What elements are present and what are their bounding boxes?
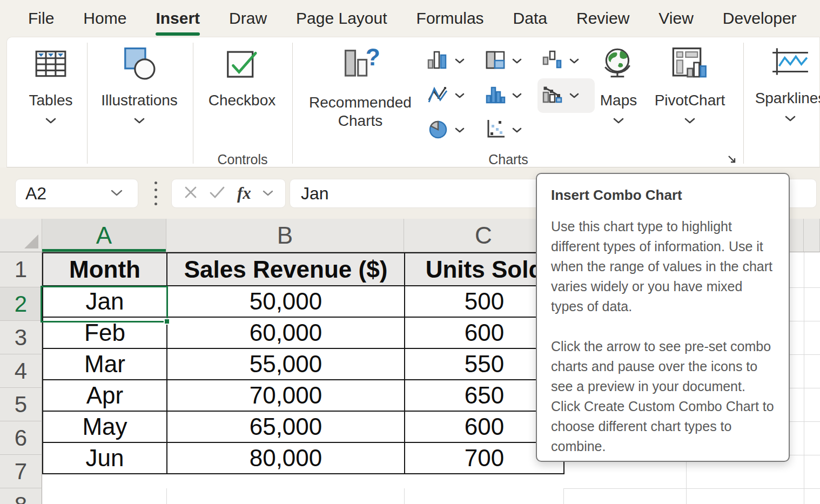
- cancel-icon[interactable]: [184, 185, 198, 201]
- tab-draw[interactable]: Draw: [228, 7, 268, 30]
- insert-column-chart-button[interactable]: [423, 44, 480, 78]
- group-divider: [292, 43, 293, 164]
- chevron-down-icon: [455, 91, 465, 100]
- select-all-triangle-icon: [24, 234, 38, 248]
- table-row: May 65,000 600: [43, 411, 564, 442]
- insert-scatter-chart-button[interactable]: [480, 113, 537, 147]
- tab-data[interactable]: Data: [512, 7, 548, 30]
- row-header-1[interactable]: 1: [0, 252, 42, 287]
- insert-combo-chart-button[interactable]: [537, 78, 595, 113]
- row-header-6[interactable]: 6: [0, 421, 42, 455]
- pivotchart-label: PivotChart: [655, 91, 725, 110]
- insert-statistic-chart-icon: [485, 84, 506, 107]
- cell-a6[interactable]: May: [43, 411, 167, 442]
- pivotchart-button[interactable]: PivotChart: [647, 46, 733, 126]
- tooltip-paragraph: Use this chart type to highlight differe…: [551, 217, 775, 317]
- insert-pie-chart-button[interactable]: [423, 113, 480, 147]
- excel-window: File Home Insert Draw Page Layout Formul…: [0, 0, 820, 504]
- insert-waterfall-chart-button[interactable]: [537, 44, 595, 78]
- cell-b5[interactable]: 70,000: [167, 380, 405, 411]
- row-header-8[interactable]: 8: [0, 488, 42, 504]
- column-header-f[interactable]: [804, 219, 820, 252]
- row-header-4[interactable]: 4: [0, 354, 42, 388]
- insert-hierarchy-chart-button[interactable]: [480, 44, 537, 78]
- charts-group-label: Charts: [454, 152, 562, 167]
- insert-line-or-area-chart-icon: [427, 84, 449, 107]
- name-box-input[interactable]: [16, 184, 107, 204]
- table-row: Feb 60,000 600: [43, 317, 564, 348]
- checkbox-label: Checkbox: [209, 91, 276, 110]
- illustrations-button[interactable]: Illustrations: [98, 46, 181, 126]
- cell-a7[interactable]: Jun: [43, 442, 167, 474]
- chevron-down-icon: [134, 116, 145, 126]
- sparklines-icon: [770, 46, 810, 82]
- formula-bar-splitter[interactable]: [153, 182, 158, 205]
- cell-b4[interactable]: 55,000: [167, 348, 405, 380]
- checkbox-button[interactable]: Checkbox: [200, 46, 284, 110]
- gridline: [563, 488, 564, 504]
- insert-combo-chart-tooltip: Insert Combo Chart Use this chart type t…: [536, 173, 790, 462]
- insert-function-icon[interactable]: fx: [237, 184, 251, 203]
- table-row: Jan 50,000 500: [43, 286, 564, 317]
- row-header-2[interactable]: 2: [0, 287, 42, 321]
- gridline: [166, 488, 167, 504]
- tab-formulas[interactable]: Formulas: [415, 7, 485, 30]
- chevron-down-icon: [512, 91, 522, 100]
- enter-check-icon[interactable]: [209, 186, 225, 201]
- cell-a2[interactable]: Jan: [43, 286, 167, 317]
- column-header-b[interactable]: B: [166, 219, 404, 252]
- tooltip-paragraph: Click the arrow to see pre-set combo cha…: [551, 337, 775, 456]
- globe-icon: [601, 46, 636, 84]
- name-box-chevron-icon[interactable]: [111, 189, 123, 198]
- tab-home[interactable]: Home: [82, 7, 127, 30]
- cell-b7[interactable]: 80,000: [167, 442, 405, 474]
- table-row: Jun 80,000 700: [43, 442, 564, 474]
- insert-combo-chart-icon: [542, 84, 563, 107]
- chevron-down-icon: [455, 56, 465, 66]
- chevron-down-icon: [455, 125, 465, 135]
- formula-chevron-icon[interactable]: [263, 189, 273, 198]
- insert-line-chart-button[interactable]: [423, 78, 480, 113]
- cell-a4[interactable]: Mar: [43, 348, 167, 380]
- row-header-5[interactable]: 5: [0, 388, 42, 421]
- cell-a3[interactable]: Feb: [43, 317, 167, 348]
- row-header-3[interactable]: 3: [0, 321, 42, 354]
- tab-insert[interactable]: Insert: [154, 7, 201, 30]
- name-box[interactable]: [15, 179, 138, 208]
- cell-b1[interactable]: Sales Revenue ($): [167, 253, 405, 286]
- tables-button[interactable]: Tables: [20, 46, 82, 126]
- controls-group-label: Controls: [194, 152, 291, 167]
- insert-statistic-chart-button[interactable]: [480, 78, 537, 113]
- cell-a1[interactable]: Month: [43, 253, 167, 286]
- tab-review[interactable]: Review: [575, 7, 630, 30]
- maps-button[interactable]: Maps: [593, 46, 644, 126]
- chart-type-buttons: [423, 44, 595, 147]
- column-header-a[interactable]: A: [42, 219, 166, 252]
- recommended-charts-button[interactable]: ? Recommended Charts: [303, 46, 418, 130]
- row-header-7[interactable]: 7: [0, 455, 42, 488]
- sparklines-button[interactable]: Sparklines: [747, 46, 820, 124]
- chevron-down-icon: [512, 56, 522, 66]
- cell-b2[interactable]: 50,000: [167, 286, 405, 317]
- table-icon: [33, 46, 69, 84]
- cell-b3[interactable]: 60,000: [167, 317, 405, 348]
- chevron-down-icon: [569, 91, 579, 100]
- tables-label: Tables: [29, 91, 73, 110]
- sparklines-label: Sparklines: [755, 89, 820, 107]
- tab-file[interactable]: File: [27, 7, 55, 30]
- illustrations-icon: [120, 46, 158, 84]
- tab-view[interactable]: View: [657, 7, 694, 30]
- tab-page-layout[interactable]: Page Layout: [295, 7, 388, 30]
- cell-b6[interactable]: 65,000: [167, 411, 405, 442]
- group-divider: [87, 43, 88, 164]
- charts-dialog-launcher[interactable]: [725, 153, 738, 166]
- cell-a5[interactable]: Apr: [43, 380, 167, 411]
- tooltip-title: Insert Combo Chart: [551, 187, 775, 204]
- select-all-button[interactable]: [0, 219, 42, 252]
- insert-hierarchy-chart-icon: [485, 49, 506, 73]
- tab-developer[interactable]: Developer: [722, 7, 798, 30]
- chevron-down-icon: [45, 116, 56, 126]
- insert-column-or-bar-chart-icon: [427, 49, 449, 73]
- illustrations-label: Illustrations: [101, 91, 178, 110]
- chevron-down-icon: [613, 116, 624, 126]
